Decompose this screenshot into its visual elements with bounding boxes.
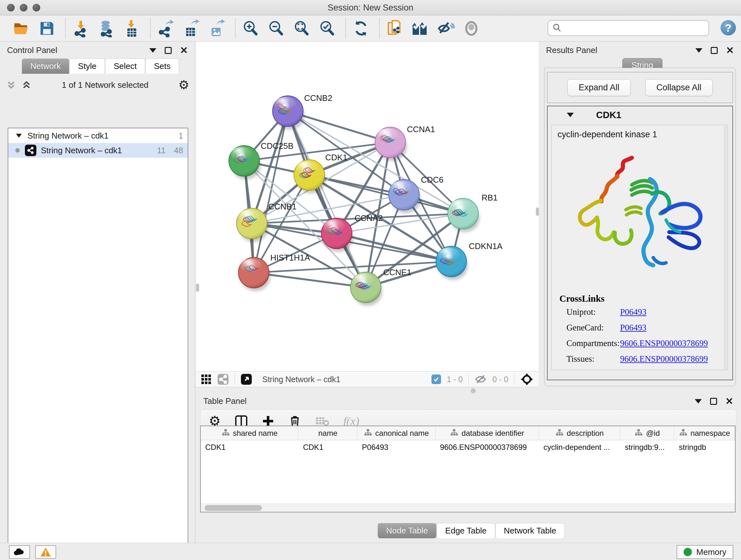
node-CCNB1[interactable] (237, 208, 268, 242)
birdseye-view-icon[interactable] (241, 374, 252, 385)
expand-all-icon[interactable] (21, 79, 32, 90)
node-CDKN1A[interactable] (436, 246, 468, 280)
network-row-selected[interactable]: String Network – cdk1 11 48 (8, 143, 188, 158)
hierarchy-icon (634, 429, 643, 438)
node-CDC6[interactable] (389, 179, 421, 213)
panel-splitter-handle[interactable] (471, 388, 476, 393)
export-network-icon[interactable] (156, 19, 175, 38)
first-neighbors-icon[interactable] (411, 19, 429, 38)
search-box[interactable] (548, 20, 709, 36)
table-cell[interactable]: stringdb (674, 440, 735, 454)
search-input[interactable] (562, 23, 699, 33)
warning-icon (40, 547, 51, 557)
tab-style[interactable]: Style (69, 58, 105, 74)
panel-menu-icon[interactable] (695, 48, 702, 53)
results-scrollbar[interactable] (724, 126, 727, 370)
zoom-in-icon[interactable] (241, 19, 260, 38)
help-icon[interactable]: ? (721, 20, 736, 36)
tab-network[interactable]: Network (22, 58, 69, 74)
crosslink-link[interactable]: P06493 (620, 307, 647, 317)
toolbar-divider (234, 374, 235, 385)
open-session-icon[interactable] (12, 19, 30, 38)
selected-nodes-checkbox[interactable] (431, 374, 441, 384)
save-session-icon[interactable] (38, 19, 56, 38)
table-cell[interactable]: CDK1 (298, 440, 357, 454)
zoom-selected-icon[interactable] (318, 19, 336, 38)
table-cell[interactable]: cyclin-dependent ... (539, 440, 620, 454)
zoom-out-icon[interactable] (267, 19, 285, 38)
duplicate-network-icon[interactable] (386, 19, 404, 38)
crosslink-row: GeneCard:P06493 (559, 323, 728, 333)
left-splitter-handle[interactable] (196, 284, 199, 292)
table-cell[interactable]: P06493 (357, 440, 435, 454)
table-cell[interactable]: CDK1 (201, 440, 298, 454)
column-header-description[interactable]: description (539, 426, 620, 440)
column-header-@id[interactable]: @id (620, 426, 675, 440)
node-CDC25B[interactable] (229, 145, 261, 179)
cloud-status-button[interactable] (9, 545, 30, 559)
export-table-icon[interactable] (182, 19, 200, 38)
scrollbar-thumb[interactable] (205, 505, 262, 511)
node-RB1[interactable] (448, 198, 480, 232)
crosslink-link[interactable]: P06493 (620, 323, 647, 333)
network-collection-row[interactable]: String Network – cdk1 1 (8, 128, 188, 143)
panel-menu-icon[interactable] (695, 399, 702, 403)
show-all-icon[interactable] (462, 19, 481, 38)
column-header-namespace[interactable]: namespace (674, 426, 735, 440)
float-panel-icon[interactable] (165, 47, 172, 54)
import-table-icon[interactable] (123, 19, 141, 38)
hierarchy-icon (450, 429, 458, 438)
table-cell[interactable]: stringdb:9... (620, 440, 675, 454)
expand-all-button[interactable]: Expand All (567, 79, 630, 96)
refresh-icon[interactable] (352, 19, 370, 38)
crosslink-label: Compartments: (559, 338, 620, 348)
grid-view-icon[interactable] (201, 374, 212, 385)
column-header-database-identifier[interactable]: database identifier (435, 426, 539, 440)
right-splitter-handle[interactable] (536, 207, 539, 216)
node-table[interactable]: shared namenamecanonical namedatabase id… (200, 426, 736, 512)
gene-collapse-icon[interactable] (567, 113, 574, 117)
import-network-database-icon[interactable] (97, 19, 116, 38)
crosslink-link[interactable]: 9606.ENSP00000378699 (620, 354, 708, 364)
import-network-icon[interactable] (71, 19, 90, 38)
export-image-icon[interactable] (207, 19, 226, 38)
zoom-fit-icon[interactable] (292, 19, 311, 38)
network-canvas[interactable]: CCNB2CCNA1CDC25BCDK1CDC6RB1CCNB1CCNA2CDK… (196, 42, 539, 371)
hide-selected-icon[interactable] (436, 19, 455, 38)
column-header-shared-name[interactable]: shared name (201, 426, 298, 440)
node-CCNA1[interactable] (375, 127, 407, 161)
column-header-name[interactable]: name (298, 426, 357, 440)
string-network-graph[interactable]: CCNB2CCNA1CDC25BCDK1CDC6RB1CCNB1CCNA2CDK… (196, 42, 539, 371)
node-CDK1[interactable] (294, 160, 326, 193)
network-share-icon[interactable] (217, 374, 229, 385)
fit-content-crosshair-icon[interactable] (520, 373, 534, 386)
float-panel-icon[interactable] (710, 398, 717, 405)
collection-expand-icon[interactable] (16, 134, 22, 138)
close-panel-icon[interactable]: ✕ (725, 398, 733, 405)
tab-node-table[interactable]: Node Table (378, 523, 436, 538)
node-label-CCNA1: CCNA1 (407, 125, 435, 134)
float-panel-icon[interactable] (711, 47, 718, 54)
table-horizontal-scrollbar[interactable] (201, 503, 735, 512)
node-CCNE1[interactable] (350, 272, 382, 306)
panel-menu-icon[interactable] (149, 48, 156, 53)
hidden-eye-icon[interactable] (475, 374, 487, 385)
tab-edge-table[interactable]: Edge Table (436, 523, 495, 538)
tab-sets[interactable]: Sets (145, 58, 179, 74)
collapse-all-icon[interactable] (6, 79, 17, 90)
column-header-canonical-name[interactable]: canonical name (357, 426, 435, 440)
warnings-button[interactable] (35, 545, 56, 559)
network-options-gear-icon[interactable]: ⚙ (179, 79, 189, 91)
table-row[interactable]: CDK1CDK1P064939606.ENSP00000378699cyclin… (201, 440, 735, 454)
table-cell[interactable]: 9606.ENSP00000378699 (435, 440, 539, 454)
close-panel-icon[interactable]: ✕ (180, 47, 188, 54)
tab-network-table[interactable]: Network Table (495, 523, 565, 538)
collapse-all-button[interactable]: Collapse All (645, 79, 713, 96)
tab-select[interactable]: Select (105, 58, 145, 74)
node-HIST1H1A[interactable] (239, 257, 270, 291)
crosslink-link[interactable]: 9606.ENSP00000378699 (620, 338, 708, 348)
close-panel-icon[interactable]: ✕ (726, 47, 734, 54)
memory-button[interactable]: Memory (677, 545, 733, 559)
edge-H1-E1[interactable] (254, 273, 366, 287)
crosslink-link[interactable]: P06493 (620, 370, 647, 370)
